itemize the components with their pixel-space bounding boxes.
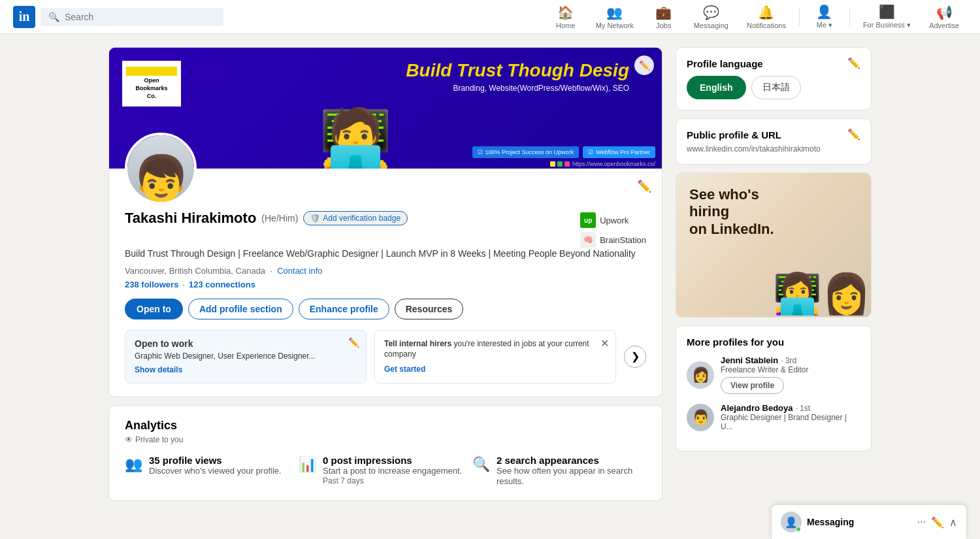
more-profiles-card: More profiles for you 👩 Jenni Stablein ·… (676, 325, 872, 451)
color-dots (550, 161, 570, 167)
view-jenni-profile-button[interactable]: View profile (721, 377, 784, 394)
edit-language-button[interactable]: ✏️ (847, 57, 860, 69)
analytics-search-appearances[interactable]: 🔍 2 search appearances See how often you… (472, 455, 646, 488)
ad-banner[interactable]: See who'shiringon LinkedIn. 👩‍💻👩 (676, 172, 872, 318)
profile-views-info: 35 profile views Discover who's viewed y… (149, 455, 282, 477)
upwork-logo: up (580, 212, 596, 228)
person-icon: 👦 (133, 156, 189, 202)
nav-label-notifications: Notifications (747, 22, 786, 29)
checkmark-icon: ☑ (478, 149, 483, 155)
connections-link[interactable]: 123 connections (189, 280, 255, 289)
suggestion-jenni: 👩 Jenni Stablein · 3rd Freelance Writer … (687, 355, 860, 394)
nav-item-home[interactable]: 🏠 Home (546, 2, 585, 32)
upwork-name: Upwork (600, 216, 629, 225)
analytics-post-impressions[interactable]: 📊 0 post impressions Start a post to inc… (299, 455, 472, 488)
for-business-icon: ⬛ (879, 4, 895, 20)
messaging-widget: 👤 Messaging ··· ✏️ ∧ (771, 504, 967, 539)
profile-headline: Build Trust Through Design | Freelance W… (125, 248, 646, 261)
alejandro-degree: · 1st (796, 404, 811, 413)
messaging-avatar: 👤 (781, 512, 802, 532)
eye-icon: 👁 (125, 435, 133, 444)
notifications-icon: 🔔 (758, 5, 774, 20)
verify-icon: 🛡️ (310, 214, 320, 223)
jenni-name: Jenni Stablein (721, 355, 778, 365)
profile-views-value: 35 profile views (149, 455, 282, 466)
search-appearances-value: 2 search appearances (497, 455, 646, 466)
post-impressions-value: 0 post impressions (323, 455, 462, 466)
advertise-icon: 📢 (936, 5, 953, 20)
edit-profile-button[interactable]: ✏️ (637, 179, 651, 193)
followers-link[interactable]: 238 followers (125, 280, 178, 289)
jenni-role: Freelance Writer & Editor (721, 365, 860, 374)
nav-item-me[interactable]: 👤 Me ▾ (805, 1, 844, 32)
profile-actions: Open to Add profile section Enhance prof… (125, 299, 646, 319)
profile-pronoun: (He/Him) (261, 213, 298, 223)
get-started-link[interactable]: Get started (384, 365, 425, 374)
nav-divider (799, 8, 800, 26)
analytics-profile-views[interactable]: 👥 35 profile views Discover who's viewed… (125, 455, 299, 488)
suggestion-alejandro: 👨 Alejandro Bedoya · 1st Graphic Designe… (687, 403, 860, 431)
search-input[interactable] (65, 12, 216, 22)
messaging-collapse-button[interactable]: ∧ (949, 516, 957, 529)
alejandro-name: Alejandro Bedoya (721, 403, 793, 413)
left-column: OpenBookmarksCo. Build Trust Though Desi… (108, 47, 662, 501)
search-appearances-icon: 🔍 (472, 456, 490, 473)
alejandro-name-row: Alejandro Bedoya · 1st (721, 403, 860, 413)
nav-item-notifications[interactable]: 🔔 Notifications (739, 2, 794, 32)
profile-views-desc: Discover who's viewed your profile. (149, 466, 282, 477)
affiliations: up Upwork 🧠 BrainStation (580, 212, 646, 248)
close-internal-card-button[interactable]: ✕ (600, 337, 609, 350)
search-bar[interactable]: 🔍 (41, 8, 223, 26)
add-profile-section-button[interactable]: Add profile section (188, 299, 293, 319)
japanese-language-button[interactable]: 日本語 (751, 76, 801, 99)
public-profile-card: ✏️ Public profile & URL www.linkedin.com… (676, 118, 872, 165)
analytics-row: 👥 35 profile views Discover who's viewed… (125, 455, 646, 488)
public-profile-title: Public profile & URL (687, 129, 860, 140)
resources-button[interactable]: Resources (395, 299, 464, 319)
banner-brand-name: OpenBookmarksCo. (135, 77, 167, 100)
jobs-icon: 💼 (655, 5, 672, 20)
banner-logo: OpenBookmarksCo. (122, 61, 181, 106)
nav-item-messaging[interactable]: 💬 Messaging (686, 2, 736, 32)
profile-stats: 238 followers · 123 connections (125, 280, 646, 289)
contact-info-link[interactable]: Contact info (277, 266, 322, 276)
ad-people-image: 👩‍💻👩 (773, 270, 871, 317)
more-profiles-title: More profiles for you (687, 336, 860, 348)
search-icon: 🔍 (48, 12, 59, 22)
banner-badges: ☑ 100% Project Success on Upwork ☑ Webfl… (472, 146, 655, 158)
avatar: 👦 (125, 133, 197, 204)
nav-item-jobs[interactable]: 💼 Jobs (644, 2, 683, 32)
edit-banner-button[interactable]: ✏️ (634, 56, 654, 75)
nav-item-my-network[interactable]: 👥 My Network (588, 2, 642, 32)
search-appearances-info: 2 search appearances See how often you a… (497, 455, 646, 488)
home-icon: 🏠 (557, 5, 574, 20)
carousel-next-button[interactable]: ❯ (624, 346, 646, 368)
enhance-profile-button[interactable]: Enhance profile (299, 299, 389, 319)
messaging-icon: 💬 (703, 5, 719, 20)
open-to-work-subtitle: Graphic Web Designer, User Experience De… (135, 351, 357, 361)
messaging-compose-button[interactable]: ✏️ (931, 516, 944, 529)
banner-headline-text: Build Trust Though Desig (406, 61, 629, 81)
edit-open-to-work-button[interactable]: ✏️ (348, 337, 359, 348)
show-details-link[interactable]: Show details (135, 365, 182, 374)
nav-item-advertise[interactable]: 📢 Advertise (921, 2, 967, 32)
internal-text-bold: Tell internal hirers (384, 339, 451, 348)
nav-label-advertise: Advertise (929, 22, 959, 29)
avatar-placeholder: 👦 (127, 135, 194, 202)
profile-cards-row: ✏️ Open to work Graphic Web Designer, Us… (125, 330, 646, 384)
ad-banner-image: See who'shiringon LinkedIn. 👩‍💻👩 (676, 173, 871, 317)
open-to-button[interactable]: Open to (125, 299, 183, 319)
profile-views-icon: 👥 (125, 456, 142, 473)
verify-badge-button[interactable]: 🛡️ Add verification badge (303, 211, 408, 225)
edit-public-profile-button[interactable]: ✏️ (847, 128, 860, 140)
linkedin-logo[interactable]: in (13, 6, 35, 28)
logo-text: in (19, 9, 30, 24)
nav-item-for-business[interactable]: ⬛ For Business ▾ (855, 1, 919, 32)
english-language-button[interactable]: English (687, 76, 746, 99)
messaging-header[interactable]: 👤 Messaging ··· ✏️ ∧ (772, 505, 966, 539)
alejandro-info: Alejandro Bedoya · 1st Graphic Designer … (721, 403, 860, 431)
brainstation-name: BrainStation (600, 235, 646, 245)
navbar: in 🔍 🏠 Home 👥 My Network 💼 Jobs 💬 Messag… (0, 0, 980, 34)
messaging-more-button[interactable]: ··· (917, 516, 926, 529)
banner-url-row: https://www.openbookmarks.co/ (550, 161, 655, 167)
